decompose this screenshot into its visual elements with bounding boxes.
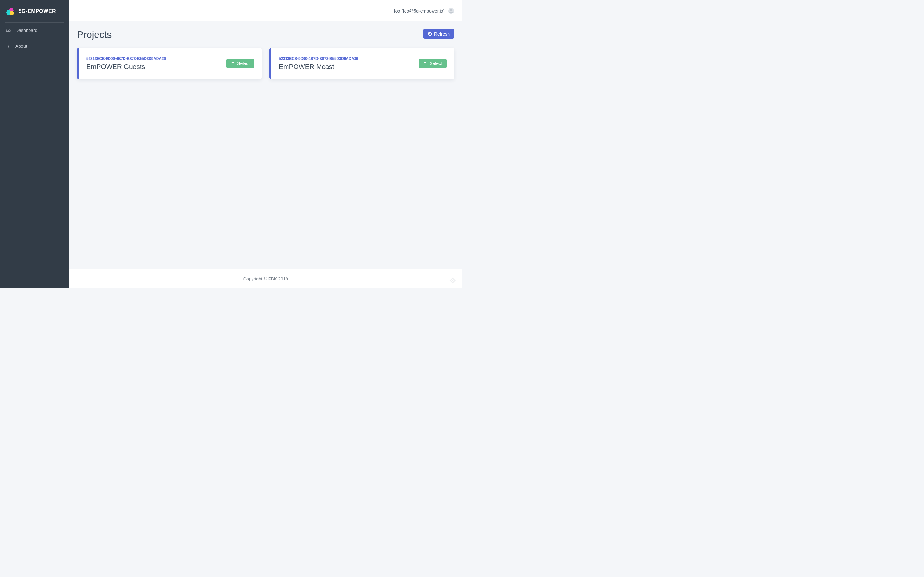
sidebar-item-label: Dashboard	[15, 28, 37, 33]
refresh-label: Refresh	[434, 31, 450, 37]
sidebar-item-label: About	[15, 44, 27, 49]
page-header: Projects Refresh	[77, 29, 454, 40]
project-id: 52313ECB-9D00-4B7D-B873-B55D3D9ADA26	[86, 56, 226, 61]
footer: Copyright © FBK 2019	[69, 269, 462, 288]
flag-icon	[231, 61, 235, 66]
project-info: 52313ECB-9D00-4B7D-B873-B55D3D9ADA36 EmP…	[279, 56, 419, 71]
select-button[interactable]: Select	[419, 59, 447, 68]
project-card: 52313ECB-9D00-4B7D-B873-B55D3D9ADA36 EmP…	[270, 48, 454, 79]
select-label: Select	[237, 61, 250, 66]
select-button[interactable]: Select	[226, 59, 254, 68]
project-card: 52313ECB-9D00-4B7D-B873-B55D3D9ADA26 EmP…	[77, 48, 262, 79]
flag-icon	[423, 61, 428, 66]
main: foo (foo@5g-empower.io) Projects Refresh…	[69, 0, 462, 288]
sidebar-item-dashboard[interactable]: Dashboard	[0, 23, 69, 38]
svg-rect-4	[8, 46, 9, 48]
project-cards: 52313ECB-9D00-4B7D-B873-B55D3D9ADA26 EmP…	[77, 48, 454, 79]
project-id: 52313ECB-9D00-4B7D-B873-B55D3D9ADA36	[279, 56, 419, 61]
info-icon	[6, 44, 11, 49]
user-menu[interactable]: foo (foo@5g-empower.io)	[394, 8, 454, 14]
project-info: 52313ECB-9D00-4B7D-B873-B55D3D9ADA26 EmP…	[86, 56, 226, 71]
brand-name: 5G-EMPOWER	[19, 8, 56, 14]
brand-logo-icon	[6, 6, 15, 16]
brand[interactable]: 5G-EMPOWER	[0, 0, 69, 23]
page-title: Projects	[77, 29, 111, 40]
user-display: foo (foo@5g-empower.io)	[394, 8, 445, 13]
content: Projects Refresh 52313ECB-9D00-4B7D-B873…	[69, 21, 462, 269]
topbar: foo (foo@5g-empower.io)	[69, 0, 462, 21]
select-label: Select	[430, 61, 442, 66]
vendor-logo-icon	[449, 277, 456, 284]
project-name: EmPOWER Mcast	[279, 63, 419, 71]
project-name: EmPOWER Guests	[86, 63, 226, 71]
undo-icon	[428, 32, 432, 36]
tachometer-icon	[6, 28, 11, 33]
svg-point-6	[450, 9, 452, 11]
svg-point-3	[8, 45, 9, 45]
avatar-icon	[448, 8, 454, 14]
copyright-text: Copyright © FBK 2019	[243, 276, 288, 282]
sidebar-item-about[interactable]: About	[0, 39, 69, 54]
refresh-button[interactable]: Refresh	[423, 29, 454, 39]
sidebar: 5G-EMPOWER Dashboard About	[0, 0, 69, 288]
